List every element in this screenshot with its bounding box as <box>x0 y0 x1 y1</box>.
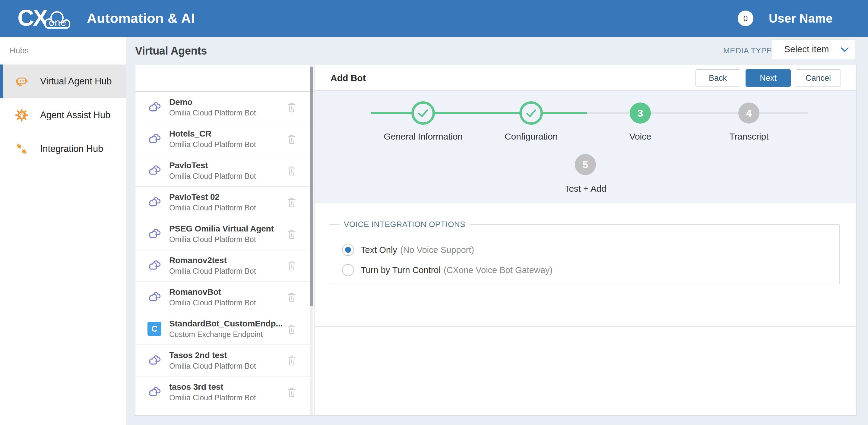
omilia-cloud-icon <box>148 227 161 241</box>
stepper-track-pending <box>587 112 808 114</box>
scrollbar-thumb[interactable] <box>310 67 313 306</box>
bot-type: Omilia Cloud Platform Bot <box>169 108 256 117</box>
step-label-general-information: General Information <box>375 131 471 142</box>
radio-option-turn-by-turn[interactable]: Turn by Turn Control (CXone Voice Bot Ga… <box>342 263 553 277</box>
delete-bot-trash-icon[interactable] <box>285 164 298 177</box>
step-transcript-circle[interactable]: 4 <box>738 102 760 124</box>
sidebar-item-label: Integration Hub <box>40 143 103 154</box>
bot-type: Omilia Cloud Platform Bot <box>169 393 256 402</box>
sidebar-item-virtual-agent-hub[interactable]: Virtual Agent Hub <box>0 65 126 98</box>
bot-name: RomanovBot <box>169 287 256 297</box>
delete-bot-trash-icon[interactable] <box>285 291 298 303</box>
media-type-label: MEDIA TYPE: <box>723 37 774 65</box>
delete-bot-trash-icon[interactable] <box>285 354 298 367</box>
bot-list-item[interactable]: tasos 3rd test Omilia Cloud Platform Bot <box>135 377 314 408</box>
bot-list-scrollbar[interactable] <box>310 65 313 415</box>
svg-text:one: one <box>49 17 66 28</box>
back-button[interactable]: Back <box>695 69 740 87</box>
bot-name: StandardBot_CustomEndp... <box>169 319 283 329</box>
cxone-logo-cloud-icon: one <box>43 9 73 31</box>
omilia-cloud-icon <box>148 195 161 209</box>
omilia-cloud-icon <box>148 354 161 367</box>
avatar-initial: 0 <box>743 14 748 23</box>
omilia-cloud-icon <box>148 132 161 146</box>
sidebar-item-label: Virtual Agent Hub <box>40 76 112 87</box>
sidebar-item-agent-assist-hub[interactable]: Agent Assist Hub <box>0 98 126 132</box>
omilia-cloud-icon <box>148 100 161 114</box>
cxone-logo[interactable]: CX one <box>18 0 73 37</box>
delete-bot-trash-icon[interactable] <box>285 259 298 272</box>
user-avatar[interactable]: 0 <box>738 10 753 26</box>
content-divider <box>315 326 856 327</box>
delete-bot-trash-icon[interactable] <box>285 386 298 398</box>
bot-name: tasos 3rd test <box>169 382 256 392</box>
delete-bot-trash-icon[interactable] <box>285 101 298 113</box>
bot-list-item[interactable]: PavloTest 02 Omilia Cloud Platform Bot <box>135 187 314 218</box>
radio-label: Text Only <box>361 245 397 255</box>
next-button[interactable]: Next <box>746 69 791 87</box>
radio-note: (CXone Voice Bot Gateway) <box>444 265 553 275</box>
bot-type: Omilia Cloud Platform Bot <box>169 298 256 307</box>
bot-name: Demo <box>169 97 256 107</box>
step-voice-circle[interactable]: 3 <box>630 102 651 124</box>
bot-type: Omilia Cloud Platform Bot <box>169 267 256 275</box>
bot-type: Omilia Cloud Platform Bot <box>169 203 256 212</box>
user-name[interactable]: User Name <box>769 0 833 37</box>
step-label-configuration: Configuration <box>483 131 579 142</box>
hubs-sidebar: Hubs Virtual Agent Hub <box>0 37 126 425</box>
bot-list-item[interactable]: PSEG Omilia Virtual Agent Omilia Cloud P… <box>135 218 314 250</box>
bot-list-item[interactable]: Romanov2test Omilia Cloud Platform Bot <box>135 250 314 282</box>
sidebar-section-label: Hubs <box>0 37 126 65</box>
omilia-cloud-icon <box>148 259 161 272</box>
media-type-selected-value: Select item <box>784 39 829 59</box>
step-configuration-circle[interactable] <box>519 101 543 125</box>
bot-type: Omilia Cloud Platform Bot <box>169 235 274 244</box>
bot-list-item[interactable]: Demo Omilia Cloud Platform Bot <box>135 92 314 123</box>
radio-option-text-only[interactable]: Text Only (No Voice Support) <box>342 243 474 257</box>
sidebar-item-label: Agent Assist Hub <box>40 110 111 121</box>
radio-button-selected[interactable] <box>342 244 354 256</box>
bot-list-item[interactable]: Hotels_CR Omilia Cloud Platform Bot <box>135 123 314 155</box>
bot-name: PSEG Omilia Virtual Agent <box>169 224 274 234</box>
page-title: Virtual Agents <box>135 37 207 65</box>
bot-list-item[interactable]: C StandardBot_CustomEndp... Custom Excha… <box>135 313 314 345</box>
app-title: Automation & AI <box>87 0 195 37</box>
bot-list-item[interactable]: PavloTest Omilia Cloud Platform Bot <box>135 155 314 187</box>
wizard-stepper: 3 4 General Information Configuration Vo… <box>315 91 856 203</box>
bot-type: Omilia Cloud Platform Bot <box>169 140 256 149</box>
bot-type: Omilia Cloud Platform Bot <box>169 172 256 181</box>
check-icon <box>522 104 540 122</box>
bot-type: Omilia Cloud Platform Bot <box>169 362 256 370</box>
bot-name: Hotels_CR <box>169 129 256 139</box>
custom-endpoint-icon: C <box>148 322 161 336</box>
bot-name: PavloTest <box>169 161 256 170</box>
cancel-button[interactable]: Cancel <box>796 69 841 87</box>
add-bot-header: Add Bot Back Next Cancel <box>315 65 856 91</box>
media-type-select[interactable]: Select item <box>772 39 855 59</box>
top-app-bar: CX one Automation & AI 0 User Name <box>0 0 868 37</box>
radio-button-unselected[interactable] <box>342 264 354 276</box>
bot-type: Custom Exchange Endpoint <box>169 330 283 339</box>
radio-label: Turn by Turn Control <box>361 265 441 275</box>
delete-bot-trash-icon[interactable] <box>285 228 298 240</box>
add-bot-title: Add Bot <box>331 65 366 91</box>
sidebar-item-integration-hub[interactable]: Integration Hub <box>0 132 126 166</box>
omilia-cloud-icon <box>148 164 161 177</box>
omilia-cloud-icon <box>148 385 161 399</box>
bot-name: Romanov2test <box>169 256 256 265</box>
bot-name: PavloTest 02 <box>169 192 256 202</box>
voice-integration-options-legend: VOICE INTEGRATION OPTIONS <box>340 220 470 229</box>
radio-note: (No Voice Support) <box>400 245 474 255</box>
delete-bot-trash-icon[interactable] <box>285 133 298 145</box>
check-icon <box>414 104 433 122</box>
step-general-information-circle[interactable] <box>411 101 435 125</box>
omilia-cloud-icon <box>148 290 161 304</box>
bot-list-item[interactable]: RomanovBot Omilia Cloud Platform Bot <box>135 282 314 313</box>
delete-bot-trash-icon[interactable] <box>285 323 298 335</box>
step-label-voice: Voice <box>592 131 688 142</box>
step-test-add-circle[interactable]: 5 <box>575 154 596 175</box>
bot-list-item[interactable]: Tasos 2nd test Omilia Cloud Platform Bot <box>135 345 314 377</box>
bot-list-header <box>135 65 314 92</box>
chevron-down-icon <box>841 47 849 53</box>
delete-bot-trash-icon[interactable] <box>285 196 298 208</box>
